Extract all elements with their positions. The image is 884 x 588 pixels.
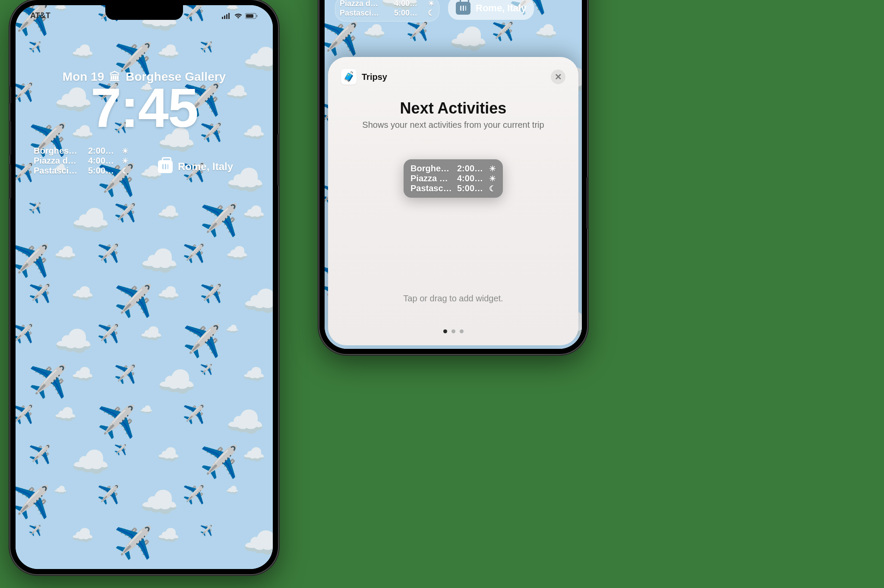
suitcase-icon (456, 2, 470, 15)
widget-picker-sheet[interactable]: 🧳 Tripsy ✕ Next Activities Shows your ne… (328, 57, 578, 345)
activity-row: Piazza d…4:00…☀ (34, 156, 129, 166)
sheet-title: Next Activities (341, 99, 565, 117)
moon-icon: ☾ (122, 166, 129, 176)
location-widget-boxed[interactable]: Rome, Italy (448, 0, 534, 20)
sun-icon: ☀ (489, 164, 496, 174)
page-dot[interactable] (451, 329, 455, 333)
lock-screen[interactable]: ✈️☁️✈️☁️✈️☁️✈️☁️✈️☁️✈️☁️✈️☁️✈️☁️✈️☁️✈️☁️… (16, 5, 273, 569)
page-dot[interactable] (443, 329, 447, 333)
activity-row: Piazza d…4:00…☀ (340, 0, 435, 8)
activity-row: Pastasci…5:00…☾ (410, 183, 496, 193)
activity-time: 5:00… (457, 183, 485, 193)
location-widget[interactable]: Rome, Italy (158, 157, 233, 176)
sun-icon: ☀ (122, 146, 129, 156)
next-activities-widget-boxed[interactable]: Piazza d…4:00…☀Pastasci…5:00…☾ (335, 0, 439, 22)
carrier-label: AT&T (30, 11, 51, 20)
svg-rect-2 (226, 14, 227, 19)
location-label: Rome, Italy (476, 3, 526, 14)
suitcase-icon (158, 160, 173, 173)
add-widget-hint: Tap or drag to add widget. (341, 294, 565, 303)
status-bar: AT&T (16, 11, 273, 20)
activity-time: 5:00… (394, 9, 424, 18)
app-icon: 🧳 (341, 69, 357, 85)
next-activities-widget[interactable]: Borghes…2:00…☀Piazza d…4:00…☀Pastasci…5:… (34, 146, 129, 176)
moon-icon: ☾ (489, 184, 496, 193)
activity-time: 2:00… (457, 164, 485, 174)
svg-rect-0 (222, 17, 223, 19)
cellular-icon (222, 13, 231, 19)
activity-name: Pastasci… (34, 166, 85, 176)
moon-icon: ☾ (428, 8, 435, 18)
page-indicator[interactable] (341, 329, 565, 333)
clock-time: 7:45 (16, 80, 273, 136)
widget-gallery-screen[interactable]: ✈️☁️✈️☁️✈️☁️✈️☁️✈️☁️✈️☁️✈️☁️✈️☁️✈️☁️✈️☁️… (325, 0, 582, 349)
sun-icon: ☀ (122, 156, 129, 166)
activity-name: Pastasci… (340, 9, 391, 18)
svg-rect-1 (224, 16, 225, 19)
activity-time: 5:00… (88, 166, 118, 176)
sun-icon: ☀ (428, 0, 435, 8)
iphone-left: ✈️☁️✈️☁️✈️☁️✈️☁️✈️☁️✈️☁️✈️☁️✈️☁️✈️☁️✈️☁️… (10, 0, 278, 574)
svg-rect-6 (256, 15, 258, 17)
activity-name: Piazza d… (340, 0, 391, 8)
sun-icon: ☀ (489, 174, 496, 183)
activity-row: Pastasci…5:00…☾ (34, 166, 129, 176)
activity-name: Pastasci… (410, 183, 453, 193)
app-name: Tripsy (362, 72, 387, 82)
activity-row: Borghes…2:00…☀ (34, 146, 129, 156)
activity-time: 4:00… (88, 156, 118, 166)
battery-icon (245, 13, 258, 19)
activity-row: Borghes…2:00…☀ (410, 164, 496, 174)
activity-name: Borghes… (410, 164, 453, 174)
activity-name: Piazza d… (34, 156, 85, 166)
svg-rect-5 (246, 14, 253, 18)
close-icon: ✕ (555, 72, 562, 82)
activity-time: 2:00… (88, 146, 118, 156)
widget-preview[interactable]: Borghes…2:00…☀Piazza d…4:00…☀Pastasci…5:… (404, 159, 503, 198)
iphone-right: ✈️☁️✈️☁️✈️☁️✈️☁️✈️☁️✈️☁️✈️☁️✈️☁️✈️☁️✈️☁️… (319, 0, 587, 354)
sheet-subtitle: Shows your next activities from your cur… (341, 120, 565, 130)
activity-row: Pastasci…5:00…☾ (340, 8, 435, 18)
activity-row: Piazza d…4:00…☀ (410, 174, 496, 183)
activity-name: Piazza d… (410, 174, 453, 183)
activity-time: 4:00… (394, 0, 424, 8)
svg-rect-3 (228, 13, 230, 19)
activity-name: Borghes… (34, 146, 85, 156)
page-dot[interactable] (460, 329, 464, 333)
location-label: Rome, Italy (178, 161, 233, 173)
activity-time: 4:00… (457, 174, 485, 183)
close-button[interactable]: ✕ (551, 70, 565, 84)
wifi-icon (234, 13, 243, 19)
